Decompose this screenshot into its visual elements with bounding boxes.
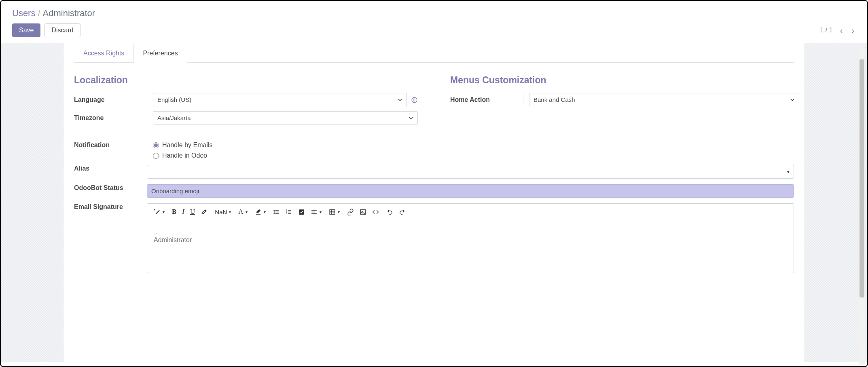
- notification-option-email[interactable]: Handle by Emails: [153, 141, 213, 149]
- save-button[interactable]: Save: [12, 23, 40, 37]
- highlight-icon[interactable]: [255, 209, 266, 215]
- svg-rect-17: [330, 209, 335, 214]
- home-action-row: Home Action Bank and Cash: [450, 93, 804, 106]
- pager-prev-icon[interactable]: ‹: [838, 24, 845, 37]
- magic-wand-icon[interactable]: [154, 209, 165, 215]
- svg-text:3: 3: [286, 213, 287, 215]
- ordered-list-icon[interactable]: 123: [286, 209, 292, 215]
- home-action-select[interactable]: Bank and Cash: [529, 93, 799, 106]
- localization-title: Localization: [74, 75, 418, 86]
- language-label: Language: [74, 96, 147, 103]
- tab-preferences[interactable]: Preferences: [133, 44, 187, 63]
- timezone-select[interactable]: Asia/Jakarta: [153, 111, 418, 124]
- link-icon[interactable]: [347, 209, 354, 215]
- app-frame: Users / Administrator Save Discard 1 / 1…: [0, 0, 868, 367]
- editor-toolbar: B I U NaN A: [147, 204, 794, 220]
- language-select[interactable]: English (US): [153, 93, 407, 106]
- header-actions-row: Save Discard 1 / 1 ‹ ›: [12, 23, 856, 37]
- svg-rect-5: [275, 211, 279, 212]
- language-row: Language English (US): [74, 93, 418, 106]
- checklist-icon[interactable]: [298, 209, 305, 215]
- scroll-thumb[interactable]: [860, 59, 864, 297]
- align-icon[interactable]: [311, 209, 322, 215]
- pager-next-icon[interactable]: ›: [850, 24, 856, 37]
- svg-rect-6: [275, 213, 279, 214]
- odoobot-label: OdooBot Status: [74, 184, 147, 192]
- breadcrumb: Users / Administrator: [12, 8, 856, 19]
- timezone-label: Timezone: [74, 114, 147, 122]
- svg-rect-15: [311, 211, 315, 212]
- right-gutter: [804, 43, 867, 362]
- timezone-row: Timezone Asia/Jakarta: [74, 111, 418, 124]
- underline-button[interactable]: U: [190, 208, 195, 216]
- svg-rect-11: [288, 211, 291, 212]
- radio-odoo[interactable]: [153, 153, 159, 159]
- svg-rect-14: [311, 210, 317, 210]
- notification-radio-group: Handle by Emails Handle in Odoo: [153, 141, 213, 159]
- alias-row: Alias: [74, 165, 794, 179]
- page-header: Users / Administrator Save Discard 1 / 1…: [1, 1, 867, 43]
- odoobot-row: OdooBot Status Onboarding emoji: [74, 184, 794, 198]
- svg-point-19: [362, 211, 363, 212]
- vertical-scrollbar[interactable]: [859, 47, 865, 365]
- signature-line2: Administrator: [154, 236, 787, 244]
- signature-row: Email Signature B I U: [74, 203, 794, 273]
- bold-button[interactable]: B: [172, 208, 176, 216]
- svg-rect-12: [288, 213, 291, 214]
- pager: 1 / 1 ‹ ›: [820, 24, 856, 37]
- notification-row: Notification Handle by Emails Handle in …: [74, 141, 794, 159]
- unordered-list-icon[interactable]: [273, 209, 280, 215]
- font-size-dropdown[interactable]: NaN: [215, 209, 231, 215]
- radio-email-label: Handle by Emails: [162, 141, 213, 149]
- globe-icon[interactable]: [411, 96, 418, 103]
- signature-label: Email Signature: [74, 203, 147, 211]
- radio-odoo-label: Handle in Odoo: [162, 152, 207, 159]
- alias-label: Alias: [74, 165, 147, 172]
- font-color-dropdown[interactable]: A: [238, 208, 247, 216]
- home-action-label: Home Action: [450, 96, 523, 103]
- signature-line1: --: [154, 229, 787, 236]
- main-wrap: Access Rights Preferences Localization L…: [1, 43, 867, 362]
- image-icon[interactable]: [360, 209, 366, 215]
- svg-rect-4: [275, 210, 279, 210]
- svg-rect-13: [299, 209, 304, 215]
- breadcrumb-separator: /: [38, 8, 40, 19]
- eraser-icon[interactable]: [201, 209, 207, 215]
- svg-point-2: [273, 211, 275, 213]
- svg-rect-10: [288, 210, 291, 210]
- menus-section: Menus Customization Home Action Bank and…: [450, 75, 804, 129]
- pager-count: 1 / 1: [820, 27, 833, 34]
- svg-rect-16: [311, 213, 317, 214]
- table-icon[interactable]: [329, 209, 340, 215]
- redo-icon[interactable]: [399, 209, 406, 215]
- svg-point-1: [273, 209, 275, 211]
- svg-point-3: [273, 213, 275, 214]
- code-icon[interactable]: [372, 209, 379, 215]
- breadcrumb-parent[interactable]: Users: [12, 8, 35, 19]
- odoobot-status-select[interactable]: Onboarding emoji: [147, 184, 794, 198]
- notification-label: Notification: [74, 141, 147, 149]
- tab-access-rights[interactable]: Access Rights: [74, 44, 133, 63]
- rich-text-editor: B I U NaN A: [147, 203, 794, 273]
- localization-section: Localization Language English (US): [74, 75, 434, 129]
- undo-icon[interactable]: [386, 209, 393, 215]
- button-row: Save Discard: [12, 23, 80, 37]
- left-gutter: [1, 43, 64, 362]
- alias-select[interactable]: [147, 165, 794, 179]
- breadcrumb-current: Administrator: [43, 8, 95, 19]
- tab-bar: Access Rights Preferences: [74, 43, 794, 63]
- menus-title: Menus Customization: [450, 75, 804, 86]
- editor-body[interactable]: -- Administrator: [147, 220, 794, 273]
- discard-button[interactable]: Discard: [44, 23, 80, 37]
- notification-option-odoo[interactable]: Handle in Odoo: [153, 152, 213, 159]
- radio-email[interactable]: [153, 142, 159, 148]
- italic-button[interactable]: I: [182, 208, 184, 216]
- form-content: Access Rights Preferences Localization L…: [64, 43, 804, 362]
- top-sections: Localization Language English (US): [74, 75, 794, 129]
